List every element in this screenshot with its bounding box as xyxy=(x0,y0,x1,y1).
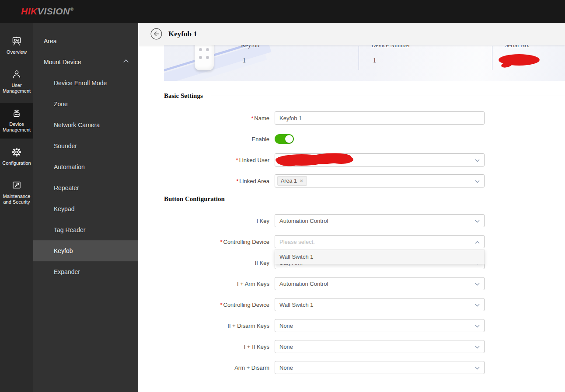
chevron-up-icon xyxy=(123,59,128,64)
button-configuration-section-head: Button Configuration xyxy=(164,195,565,203)
sidebar-item-device-enroll-mode[interactable]: Device Enroll Mode xyxy=(33,73,138,94)
rail-item-device-management[interactable]: Device Management xyxy=(0,103,33,139)
chevron-down-icon xyxy=(475,304,480,307)
linked-user-redaction xyxy=(275,152,354,168)
keyfob-device-image xyxy=(195,45,214,70)
sidebar-item-tag-reader[interactable]: Tag Reader xyxy=(33,219,138,240)
chevron-down-icon xyxy=(475,346,480,349)
page-header: Keyfob 1 xyxy=(138,23,565,45)
enable-field-label: Enable xyxy=(164,136,269,142)
enable-toggle[interactable] xyxy=(275,134,294,144)
sidebar-item-expander[interactable]: Expander xyxy=(33,261,138,282)
toggle-knob xyxy=(285,135,293,143)
i-key-select[interactable]: Automation Control xyxy=(275,214,485,227)
card-separator xyxy=(359,46,359,70)
serial-number-redaction xyxy=(497,54,541,71)
dropdown-option-wall-switch-1[interactable]: Wall Switch 1 xyxy=(275,250,484,264)
controlling-device-dropdown: Wall Switch 1 xyxy=(275,250,485,264)
i-ii-keys-select[interactable]: None xyxy=(275,340,485,353)
chevron-down-icon xyxy=(475,180,480,183)
sidebar-item-keypad[interactable]: Keypad xyxy=(33,198,138,219)
card-label-keyfob: Keyfob xyxy=(241,45,259,49)
ii-disarm-keys-select[interactable]: None xyxy=(275,319,485,332)
section-title: Basic Settings xyxy=(164,92,203,100)
chevron-up-icon xyxy=(475,241,480,244)
remove-tag-icon[interactable]: ✕ xyxy=(300,178,303,184)
back-button[interactable] xyxy=(150,28,162,40)
area-tag-chip: Area 1 ✕ xyxy=(277,176,307,186)
controlling-device-label: *Controlling Device xyxy=(164,239,269,245)
section-title: Button Configuration xyxy=(164,195,225,203)
sidebar-item-automation[interactable]: Automation xyxy=(33,156,138,177)
nav-rail: Overview User Management Device Manageme… xyxy=(0,23,33,392)
user-icon xyxy=(11,69,22,80)
wrench-icon xyxy=(11,180,22,191)
rail-label: Device Management xyxy=(1,121,32,133)
sidebar-item-sounder[interactable]: Sounder xyxy=(33,135,138,156)
rail-label: Configuration xyxy=(2,160,31,166)
ii-disarm-keys-label: II + Disarm Keys xyxy=(164,323,269,329)
app-topbar: HIKVISION® xyxy=(0,0,565,23)
chevron-down-icon xyxy=(475,220,480,223)
rail-label: Overview xyxy=(7,49,27,55)
sidebar-item-repeater[interactable]: Repeater xyxy=(33,177,138,198)
sidebar-item-keyfob[interactable]: Keyfob xyxy=(33,240,138,261)
card-separator xyxy=(492,46,492,70)
controlling-device-2-label: *Controlling Device xyxy=(164,302,269,308)
sidebar-item-zone[interactable]: Zone xyxy=(33,94,138,114)
linked-area-select[interactable]: Area 1 ✕ xyxy=(275,174,485,187)
gear-icon xyxy=(11,147,22,157)
rail-item-user-management[interactable]: User Management xyxy=(0,64,33,100)
page-title: Keyfob 1 xyxy=(168,30,197,38)
rail-item-configuration[interactable]: Configuration xyxy=(0,142,33,172)
sidebar-item-area[interactable]: Area xyxy=(33,31,138,52)
arm-disarm-label: Arm + Disarm xyxy=(164,364,269,371)
i-ii-keys-label: I + II Keys xyxy=(164,343,269,350)
arm-disarm-select[interactable]: None xyxy=(275,361,485,374)
controlling-device-2-select[interactable]: Wall Switch 1 xyxy=(275,298,485,311)
basic-settings-section-head: Basic Settings xyxy=(164,92,565,100)
card-label-serial-no: Serial No. xyxy=(505,45,530,49)
rail-item-maintenance-security[interactable]: Maintenance and Security xyxy=(0,175,33,211)
remote-device-icon xyxy=(11,108,22,118)
i-arm-keys-select[interactable]: Automation Control xyxy=(275,277,485,290)
controlling-device-select-open[interactable]: Please select. xyxy=(275,235,485,248)
i-arm-keys-label: I + Arm Keys xyxy=(164,281,269,287)
chevron-down-icon xyxy=(475,159,480,162)
card-value-keyfob: 1 xyxy=(243,57,246,64)
chevron-down-icon xyxy=(475,325,480,328)
sidebar-item-network-camera[interactable]: Network Camera xyxy=(33,114,138,135)
sidebar-item-label: Mount Device xyxy=(44,59,81,66)
card-value-device-number: 1 xyxy=(373,57,376,64)
i-key-label: I Key xyxy=(164,218,269,224)
overview-icon xyxy=(11,36,22,46)
section-rule xyxy=(211,96,565,96)
rail-label: User Management xyxy=(1,83,32,94)
chevron-down-icon xyxy=(475,367,480,370)
rail-item-overview[interactable]: Overview xyxy=(0,31,33,61)
section-rule xyxy=(233,199,565,199)
name-field-label: *Name xyxy=(164,115,269,121)
area-tag-label: Area 1 xyxy=(281,178,297,184)
rail-label: Maintenance and Security xyxy=(1,194,32,205)
sidebar-item-mount-device[interactable]: Mount Device xyxy=(33,52,138,73)
linked-user-field-label: *Linked User xyxy=(164,157,269,163)
name-input[interactable] xyxy=(275,111,485,125)
hikvision-logo: HIKVISION® xyxy=(21,6,74,17)
chevron-down-icon xyxy=(475,283,480,286)
device-summary-card: Keyfob 1 Device Number 1 Serial No. xyxy=(164,45,565,81)
card-label-device-number: Device Number xyxy=(371,45,410,49)
linked-area-field-label: *Linked Area xyxy=(164,178,269,184)
device-sidebar: Area Mount Device Device Enroll Mode Zon… xyxy=(33,23,138,392)
ii-key-label: II Key xyxy=(164,260,269,266)
